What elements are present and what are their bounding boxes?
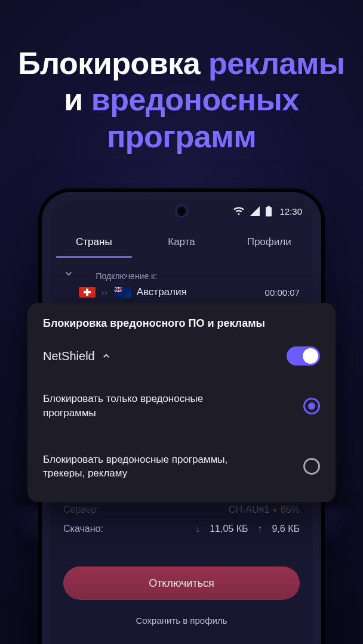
option-malware-only-label: Блокировать только вредоносные программы [43, 392, 258, 420]
load-dot-icon: ● [273, 506, 277, 513]
arrow-up-icon: ↑ [257, 524, 262, 534]
wifi-icon [233, 206, 245, 216]
connection-label: Подключение к: [96, 271, 157, 281]
arrow-down-icon: ↓ [195, 524, 200, 534]
upload-value: 9,6 КБ [272, 524, 300, 534]
cell-signal-icon [250, 206, 260, 216]
netshield-sheet: Блокировка вредоносного ПО и рекламы Net… [27, 303, 336, 502]
option-malware-ads-label: Блокировать вредоносные программы, треке… [43, 453, 258, 481]
status-bar: 12:30 [50, 200, 313, 222]
server-value: CH-AU#1 [229, 504, 269, 515]
disconnect-button[interactable]: Отключиться [63, 566, 300, 600]
chevron-down-icon[interactable] [63, 268, 74, 281]
tab-countries-label: Страны [76, 236, 112, 247]
status-time: 12:30 [279, 206, 302, 216]
downloaded-label: Скачано: [63, 524, 186, 534]
tabs: Страны Карта Профили [50, 229, 313, 258]
route-arrow-icon: ›› [101, 288, 108, 297]
netshield-toggle[interactable] [287, 346, 320, 366]
hero-accent-1: рекламы [208, 46, 345, 80]
sheet-title: Блокировка вредоносного ПО и рекламы [43, 317, 320, 330]
download-value: 11,05 КБ [210, 524, 248, 534]
connection-timer: 00:00:07 [265, 287, 300, 298]
netshield-label: NetShield [43, 349, 95, 363]
camera-notch-icon [177, 206, 186, 216]
svg-rect-0 [266, 207, 272, 216]
tab-profiles-label: Профили [247, 236, 291, 247]
netshield-row[interactable]: NetShield [43, 349, 112, 363]
connection-block: Подключение к: ›› Австралия 00:00:07 [50, 258, 313, 304]
tab-profiles[interactable]: Профили [225, 229, 313, 258]
tab-map-label: Карта [168, 236, 195, 247]
save-profile-link[interactable]: Сохранить в профиль [50, 615, 313, 626]
server-load: 65% [281, 504, 300, 515]
hero-accent-3: программ [107, 119, 256, 154]
server-label: Сервер: [63, 504, 99, 515]
flag-australia-icon [114, 287, 131, 298]
svg-rect-1 [267, 206, 270, 207]
hero-accent-2: вредоносных [91, 82, 299, 117]
hero-text-1: Блокировка [18, 46, 208, 80]
flag-switzerland-icon [79, 287, 96, 298]
tab-countries[interactable]: Страны [50, 229, 138, 258]
tab-map[interactable]: Карта [138, 229, 226, 258]
hero-text-2: и [64, 82, 91, 117]
connection-destination: Австралия [137, 286, 187, 298]
option-malware-ads-radio[interactable] [303, 458, 320, 475]
option-malware-only-radio[interactable] [303, 398, 320, 414]
chevron-up-icon [101, 351, 112, 361]
stats-block: Сервер: CH-AU#1 ● 65% Скачано: ↓ 11,05 К… [50, 501, 313, 534]
battery-icon [265, 206, 272, 216]
hero-headline: Блокировка рекламы и вредоносных програм… [0, 0, 363, 155]
